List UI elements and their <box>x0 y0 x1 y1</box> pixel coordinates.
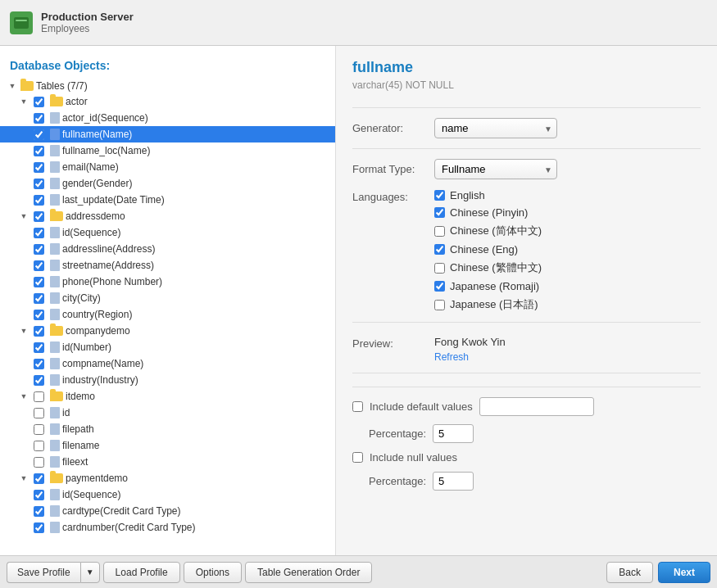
industry-checkbox-cell[interactable] <box>32 373 45 387</box>
compname-item[interactable]: compname(Name) <box>0 355 335 372</box>
lang-chinese-pinyin-checkbox[interactable] <box>434 207 445 218</box>
actor-checkbox[interactable] <box>34 97 44 107</box>
fileext-checkbox-cell[interactable] <box>32 455 45 468</box>
cardtype-checkbox-cell[interactable] <box>32 504 45 518</box>
itdemo-checkbox-cell[interactable] <box>32 390 45 403</box>
addr-id-checkbox[interactable] <box>34 228 44 238</box>
actor-id-checkbox-cell[interactable] <box>32 111 45 124</box>
lang-japanese-romaji-checkbox[interactable] <box>434 281 445 292</box>
comp-id-checkbox-cell[interactable] <box>32 341 45 354</box>
refresh-link[interactable]: Refresh <box>434 351 506 363</box>
lang-chinese-traditional-checkbox[interactable] <box>434 263 445 274</box>
city-checkbox[interactable] <box>34 293 44 304</box>
phone-checkbox[interactable] <box>34 277 44 287</box>
filename-item[interactable]: filename <box>0 437 335 454</box>
addressline-checkbox-cell[interactable] <box>32 242 45 256</box>
email-checkbox[interactable] <box>34 162 44 173</box>
actor-id-checkbox[interactable] <box>34 113 44 124</box>
include-default-checkbox[interactable] <box>352 401 363 412</box>
paymentdemo-checkbox[interactable] <box>34 473 44 484</box>
streetname-checkbox-cell[interactable] <box>32 259 45 272</box>
pay-id-checkbox-cell[interactable] <box>32 488 45 501</box>
include-default-text-input[interactable] <box>479 397 594 416</box>
pay-id-item[interactable]: id(Sequence) <box>0 486 335 503</box>
fullname-loc-checkbox[interactable] <box>34 146 44 156</box>
tables-group[interactable]: Tables (7/7) <box>0 79 335 93</box>
comp-id-checkbox[interactable] <box>34 342 44 353</box>
cardnumber-item[interactable]: cardnumber(Credit Card Type) <box>0 519 335 536</box>
addressdemo-folder[interactable]: addressdemo <box>0 208 335 224</box>
cardnumber-checkbox[interactable] <box>34 522 44 533</box>
filepath-checkbox[interactable] <box>34 424 44 435</box>
actor-folder[interactable]: actor <box>0 93 335 110</box>
addr-id-item[interactable]: id(Sequence) <box>0 224 335 241</box>
fullname-checkbox-cell[interactable] <box>32 128 45 141</box>
pay-id-checkbox[interactable] <box>34 490 44 500</box>
filepath-item[interactable]: filepath <box>0 421 335 437</box>
companydemo-checkbox-cell[interactable] <box>32 324 45 337</box>
fileext-checkbox[interactable] <box>34 457 44 468</box>
cardtype-item[interactable]: cardtype(Credit Card Type) <box>0 503 335 519</box>
fileext-item[interactable]: fileext <box>0 454 335 470</box>
streetname-checkbox[interactable] <box>34 260 44 271</box>
addressdemo-checkbox[interactable] <box>34 211 44 222</box>
actor-checkbox-cell[interactable] <box>32 95 45 108</box>
city-item[interactable]: city(City) <box>0 290 335 306</box>
generator-select[interactable]: name <box>434 118 557 138</box>
last-update-checkbox-cell[interactable] <box>32 193 45 206</box>
phone-item[interactable]: phone(Phone Number) <box>0 274 335 290</box>
it-id-item[interactable]: id <box>0 405 335 421</box>
paymentdemo-folder[interactable]: paymentdemo <box>0 470 335 486</box>
last-update-item[interactable]: last_update(Date Time) <box>0 192 335 208</box>
addressline-item[interactable]: addressline(Address) <box>0 241 335 257</box>
compname-checkbox-cell[interactable] <box>32 357 45 370</box>
streetname-item[interactable]: streetname(Address) <box>0 257 335 274</box>
save-profile-button[interactable]: Save Profile <box>7 562 80 583</box>
filename-checkbox-cell[interactable] <box>32 439 45 452</box>
country-checkbox[interactable] <box>34 310 44 320</box>
compname-checkbox[interactable] <box>34 359 44 369</box>
paymentdemo-checkbox-cell[interactable] <box>32 472 45 485</box>
addressline-checkbox[interactable] <box>34 244 44 255</box>
last-update-checkbox[interactable] <box>34 195 44 206</box>
format-type-select[interactable]: Fullname <box>434 159 557 179</box>
filename-checkbox[interactable] <box>34 441 44 451</box>
actor-id-item[interactable]: actor_id(Sequence) <box>0 110 335 126</box>
companydemo-folder[interactable]: companydemo <box>0 323 335 339</box>
default-pct-input[interactable] <box>433 424 474 443</box>
country-checkbox-cell[interactable] <box>32 308 45 321</box>
it-id-checkbox-cell[interactable] <box>32 406 45 419</box>
cardtype-checkbox[interactable] <box>34 506 44 517</box>
null-pct-input[interactable] <box>433 472 474 491</box>
lang-english-checkbox[interactable] <box>434 190 445 201</box>
cardnumber-checkbox-cell[interactable] <box>32 521 45 534</box>
itdemo-checkbox[interactable] <box>34 391 44 402</box>
load-profile-button[interactable]: Load Profile <box>103 562 180 583</box>
itdemo-folder[interactable]: itdemo <box>0 388 335 405</box>
industry-checkbox[interactable] <box>34 375 44 386</box>
filepath-checkbox-cell[interactable] <box>32 423 45 436</box>
gender-checkbox[interactable] <box>34 179 44 189</box>
lang-chinese-simplified-checkbox[interactable] <box>434 226 445 237</box>
companydemo-checkbox[interactable] <box>34 326 44 337</box>
country-item[interactable]: country(Region) <box>0 306 335 323</box>
fullname-checkbox[interactable] <box>34 129 44 140</box>
lang-chinese-eng-checkbox[interactable] <box>434 244 445 255</box>
addr-id-checkbox-cell[interactable] <box>32 226 45 239</box>
comp-id-item[interactable]: id(Number) <box>0 339 335 355</box>
back-button[interactable]: Back <box>606 562 653 583</box>
gender-item[interactable]: gender(Gender) <box>0 175 335 192</box>
fullname-loc-item[interactable]: fullname_loc(Name) <box>0 142 335 159</box>
fullname-loc-checkbox-cell[interactable] <box>32 144 45 157</box>
addressdemo-checkbox-cell[interactable] <box>32 210 45 223</box>
city-checkbox-cell[interactable] <box>32 292 45 305</box>
it-id-checkbox[interactable] <box>34 408 44 418</box>
table-gen-order-button[interactable]: Table Generation Order <box>245 562 372 583</box>
gender-checkbox-cell[interactable] <box>32 177 45 190</box>
options-button[interactable]: Options <box>184 562 242 583</box>
include-null-checkbox[interactable] <box>352 452 363 463</box>
industry-item[interactable]: industry(Industry) <box>0 372 335 388</box>
next-button[interactable]: Next <box>658 562 710 583</box>
lang-japanese-kanji-checkbox[interactable] <box>434 300 445 310</box>
fullname-item[interactable]: fullname(Name) <box>0 126 335 142</box>
